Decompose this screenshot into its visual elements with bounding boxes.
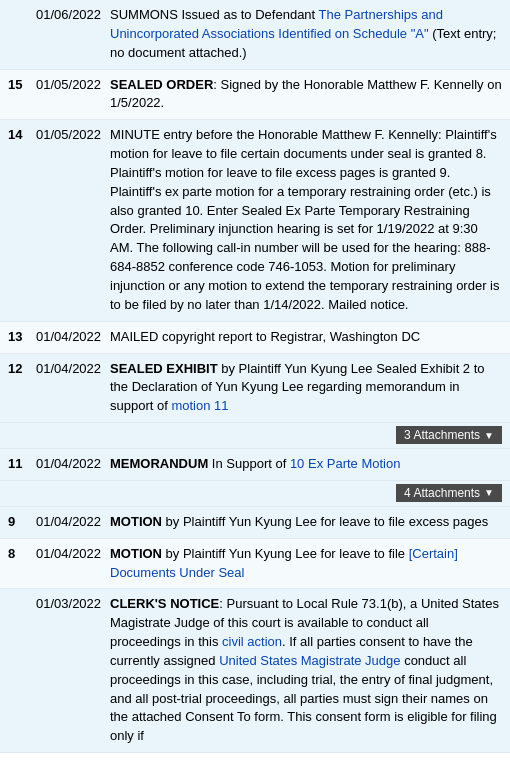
entry-number [8,595,36,596]
entry-number: 11 [8,455,36,471]
entry-text-bold: MOTION [110,514,162,529]
entry-text-span: SUMMONS Issued as to Defendant [110,7,319,22]
attachments-button[interactable]: 3 Attachments▼ [396,426,502,444]
entry-text-bold: SEALED ORDER [110,77,213,92]
entry-text-span: by Plaintiff Yun Kyung Lee for leave to … [162,514,488,529]
entry-description: CLERK'S NOTICE: Pursuant to Local Rule 7… [110,595,502,746]
entry-description: MAILED copyright report to Registrar, Wa… [110,328,502,347]
table-row: 1101/04/2022MEMORANDUM In Support of 10 … [0,449,510,481]
entry-text-bold: CLERK'S NOTICE [110,596,219,611]
attachments-button[interactable]: 4 Attachments▼ [396,484,502,502]
attachments-row: 4 Attachments▼ [0,481,510,507]
table-row: 01/03/2022CLERK'S NOTICE: Pursuant to Lo… [0,589,510,753]
entry-date: 01/04/2022 [36,455,110,471]
table-row: 901/04/2022MOTION by Plaintiff Yun Kyung… [0,507,510,539]
entry-number: 15 [8,76,36,92]
entry-date: 01/05/2022 [36,76,110,92]
entry-text-link[interactable]: civil action [222,634,282,649]
attachments-row: 3 Attachments▼ [0,423,510,449]
entry-date: 01/04/2022 [36,545,110,561]
entry-date: 01/03/2022 [36,595,110,611]
entry-description: SEALED ORDER: Signed by the Honorable Ma… [110,76,502,114]
entry-description: SEALED EXHIBIT by Plaintiff Yun Kyung Le… [110,360,502,417]
entry-text-bold: MEMORANDUM [110,456,208,471]
entry-text-bold: MOTION [110,546,162,561]
docket-list: 01/06/2022SUMMONS Issued as to Defendant… [0,0,510,753]
entry-number: 9 [8,513,36,529]
attachments-arrow-icon: ▼ [484,430,494,441]
entry-description: MINUTE entry before the Honorable Matthe… [110,126,502,314]
entry-text-link[interactable]: 10 Ex Parte Motion [290,456,401,471]
entry-text-span: by Plaintiff Yun Kyung Lee for leave to … [162,546,409,561]
entry-number: 8 [8,545,36,561]
attachments-label: 4 Attachments [404,486,480,500]
entry-date: 01/04/2022 [36,513,110,529]
table-row: 1501/05/2022SEALED ORDER: Signed by the … [0,70,510,121]
table-row: 801/04/2022MOTION by Plaintiff Yun Kyung… [0,539,510,590]
entry-text-span: MAILED copyright report to Registrar, Wa… [110,329,420,344]
attachments-arrow-icon: ▼ [484,487,494,498]
entry-date: 01/05/2022 [36,126,110,142]
entry-text-span: In Support of [208,456,290,471]
entry-text-bold: SEALED EXHIBIT [110,361,218,376]
entry-text-span: MINUTE entry before the Honorable Matthe… [110,127,499,312]
entry-description: MEMORANDUM In Support of 10 Ex Parte Mot… [110,455,502,474]
entry-number: 14 [8,126,36,142]
entry-number [8,6,36,7]
entry-description: SUMMONS Issued as to Defendant The Partn… [110,6,502,63]
table-row: 1301/04/2022MAILED copyright report to R… [0,322,510,354]
table-row: 1401/05/2022MINUTE entry before the Hono… [0,120,510,321]
entry-date: 01/06/2022 [36,6,110,22]
entry-date: 01/04/2022 [36,360,110,376]
table-row: 1201/04/2022SEALED EXHIBIT by Plaintiff … [0,354,510,424]
entry-number: 12 [8,360,36,376]
entry-date: 01/04/2022 [36,328,110,344]
entry-description: MOTION by Plaintiff Yun Kyung Lee for le… [110,545,502,583]
attachments-label: 3 Attachments [404,428,480,442]
entry-text-link[interactable]: United States Magistrate Judge [219,653,400,668]
entry-number: 13 [8,328,36,344]
table-row: 01/06/2022SUMMONS Issued as to Defendant… [0,0,510,70]
entry-description: MOTION by Plaintiff Yun Kyung Lee for le… [110,513,502,532]
entry-text-link[interactable]: motion 11 [171,398,228,413]
